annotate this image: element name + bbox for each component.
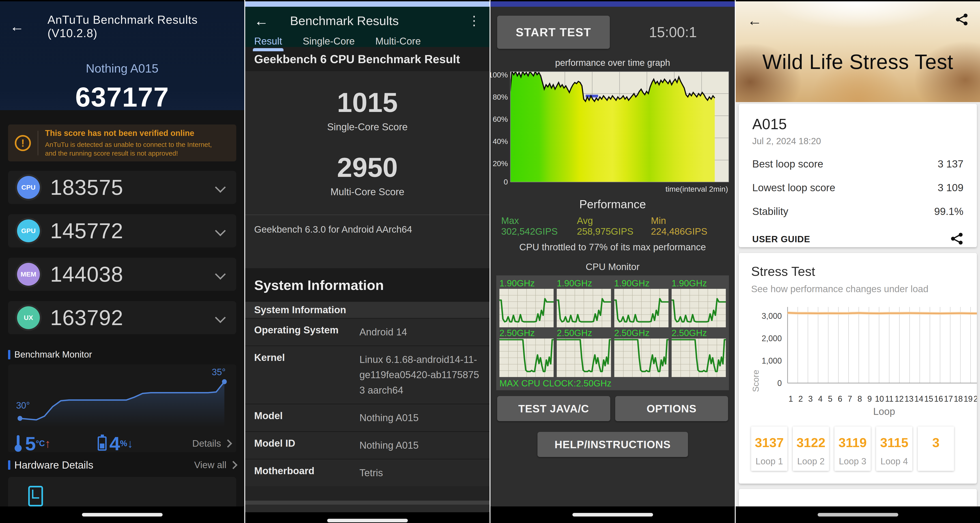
ux-score-row[interactable]: UX 163792 <box>8 301 236 334</box>
battery-down-arrow-icon: ↓ <box>127 437 133 450</box>
avg-gips: Avg 258,975GIPS <box>577 215 651 237</box>
cpu-monitor-heading: CPU Monitor <box>490 262 735 272</box>
warning-body: AnTuTu is detected as unable to connect … <box>45 140 224 157</box>
list-item: 3115Loop 4 <box>876 426 912 471</box>
core-graph <box>671 289 726 327</box>
next-card-partial <box>739 489 977 506</box>
y-tick: 2,000 <box>762 334 782 343</box>
share-icon[interactable] <box>950 232 963 246</box>
chevron-down-icon[interactable] <box>215 182 226 193</box>
overflow-menu-icon[interactable]: ⋮ <box>468 15 480 26</box>
stability-row: Stability99.1% <box>752 205 963 218</box>
test-java-button[interactable]: TEST JAVA/C <box>497 396 610 421</box>
home-gesture-pill[interactable] <box>327 519 408 522</box>
core-freq-label: 2.50GHz <box>500 327 554 339</box>
graph-title: performance over time graph <box>490 58 735 68</box>
start-test-button[interactable]: START TEST <box>497 16 610 49</box>
gpu-score: 145772 <box>50 218 123 243</box>
antutu-header: ← AnTuTu Benchmark Results (V10.2.8) <box>10 13 234 40</box>
verification-warning: ! This score has not been verified onlin… <box>8 124 236 161</box>
divider <box>38 131 38 155</box>
cpu-monitor-panel: 1.90GHz 1.90GHz 1.90GHz 1.90GHz 2.50GHz … <box>496 275 729 390</box>
options-button[interactable]: OPTIONS <box>615 396 728 421</box>
core-freq-label: 2.50GHz <box>671 327 726 339</box>
view-all-link[interactable]: View all <box>194 459 236 471</box>
timer-value: 15:00:1 <box>649 24 697 41</box>
divider <box>245 501 490 505</box>
temperature-chart: 30°35° <box>13 369 231 427</box>
hardware-details-label: Hardware Details <box>14 459 93 471</box>
list-item: 3119Loop 3 <box>834 426 871 471</box>
gpu-score-row[interactable]: GPU 145772 <box>8 214 236 247</box>
core-freq-label: 2.50GHz <box>614 327 668 339</box>
y-tick: 3,000 <box>762 312 782 321</box>
temp-delta: 5 <box>25 434 36 453</box>
core-graph <box>614 289 668 327</box>
chevron-down-icon[interactable] <box>215 312 226 323</box>
mem-score: 144038 <box>50 262 123 286</box>
hardware-details-row: Hardware Details View all <box>8 459 236 471</box>
share-icon[interactable] <box>955 13 968 27</box>
multi-core-score: 2950 <box>245 152 490 183</box>
loop-plot <box>785 307 977 392</box>
tab-single-core[interactable]: Single-Core <box>303 36 355 51</box>
section-gap <box>245 486 490 501</box>
y-axis-labels: 100% 80% 60% 40% 20% 0 <box>493 72 510 183</box>
tab-result[interactable]: Result <box>254 36 282 51</box>
warning-icon: ! <box>15 135 31 151</box>
warning-title: This score has not been verified online <box>45 129 224 138</box>
geekbench-screen: ← Benchmark Results ⋮ Result Single-Core… <box>245 0 490 523</box>
cpu-score-row[interactable]: CPU 183575 <box>8 171 236 204</box>
y-axis-title: Score <box>751 307 761 392</box>
core-graph <box>500 289 554 327</box>
core-freq-label: 1.90GHz <box>614 278 668 289</box>
core-graph <box>500 339 554 377</box>
chevron-down-icon[interactable] <box>215 226 226 236</box>
back-arrow-icon[interactable]: ← <box>747 13 762 28</box>
home-gesture-pill[interactable] <box>82 513 162 517</box>
hero-image: ← Wild Life Stress Test <box>736 2 980 102</box>
core-freq-label: 1.90GHz <box>557 278 611 289</box>
total-score: 637177 <box>10 81 234 113</box>
back-arrow-icon[interactable]: ← <box>10 19 24 33</box>
table-row: Kernel Linux 6.1.68-android14-11-ge119fe… <box>245 345 490 404</box>
user-guide-button[interactable]: USER GUIDE <box>752 234 810 244</box>
loop-chart: Score 3,000 2,000 1,000 0 12345678910111… <box>751 307 964 417</box>
ux-score: 163792 <box>50 305 123 330</box>
stress-test-subtitle: See how performance changes under load <box>751 284 964 294</box>
battery-unit: % <box>120 439 127 448</box>
multi-core-label: Multi-Core Score <box>245 186 490 197</box>
score-list: CPU 183575 GPU 145772 MEM 144038 UX 1637… <box>8 171 236 334</box>
system-information-header: System Information <box>245 268 490 302</box>
single-core-score: 1015 <box>245 87 490 118</box>
single-core-label: Single-Core Score <box>245 121 490 132</box>
performance-plot <box>510 72 729 182</box>
section-accent-bar <box>8 460 10 470</box>
table-row: Model ID Nothing A015 <box>245 431 490 459</box>
details-link[interactable]: Details <box>192 438 231 449</box>
thermometer-icon <box>13 435 23 452</box>
wildlife-screen: ← Wild Life Stress Test A015 Jul 2, 2024… <box>736 0 980 523</box>
ux-icon: UX <box>17 306 40 329</box>
mem-score-row[interactable]: MEM 144038 <box>8 258 236 291</box>
tab-multi-core[interactable]: Multi-Core <box>375 36 421 51</box>
back-arrow-icon[interactable]: ← <box>254 14 269 28</box>
system-nav-bar <box>736 506 980 523</box>
mem-icon: MEM <box>17 263 40 286</box>
home-gesture-pill[interactable] <box>573 513 653 517</box>
chevron-down-icon[interactable] <box>215 269 226 280</box>
section-accent-bar <box>8 350 10 359</box>
monitor-card: 30°35° 5 °C ↑ 4 % ↓ Details <box>8 364 236 452</box>
chevron-right-icon <box>224 439 232 448</box>
geekbench-header: ← Benchmark Results ⋮ Result Single-Core… <box>245 7 490 47</box>
core-graph <box>557 339 611 377</box>
gpu-icon: GPU <box>17 219 40 242</box>
monitor-stats: 5 °C ↑ 4 % ↓ Details <box>13 434 231 453</box>
max-gips: Max 302,542GIPS <box>501 215 577 237</box>
core-graph <box>557 289 611 327</box>
help-instructions-button[interactable]: HELP/INSTRUCTIONS <box>538 432 688 457</box>
home-gesture-pill[interactable] <box>818 513 898 517</box>
throttle-note: CPU throttled to 77% of its max performa… <box>490 242 735 253</box>
system-nav-bar <box>490 506 735 523</box>
x-axis-labels: 1234567891011121314151617181920 <box>785 394 977 404</box>
